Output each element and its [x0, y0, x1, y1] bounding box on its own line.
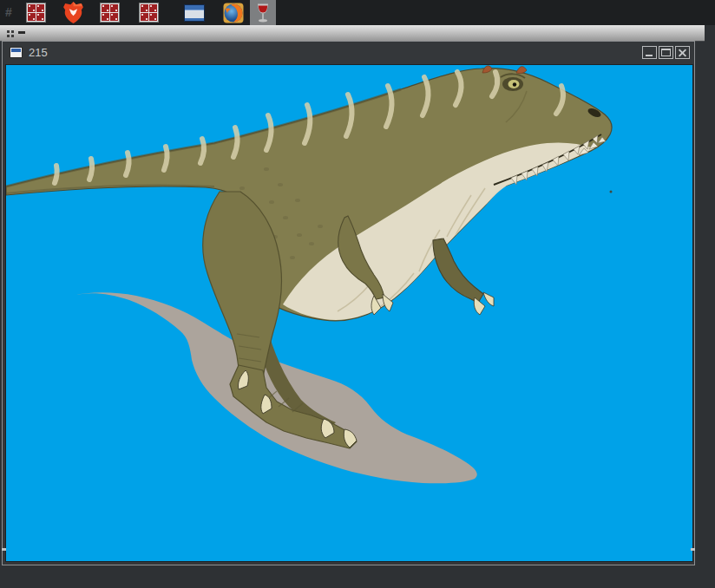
window-titlebar[interactable]: 215	[5, 42, 692, 64]
maximize-button[interactable]	[659, 46, 673, 59]
window-list-panel	[0, 25, 705, 42]
resize-notch-left	[2, 548, 6, 551]
window-content	[5, 64, 693, 562]
taskbar: #	[0, 0, 715, 25]
brave-icon[interactable]	[62, 1, 85, 28]
dash-icon[interactable]	[18, 31, 25, 34]
window-frame-icon[interactable]	[10, 47, 23, 58]
desktop: #	[0, 0, 715, 588]
wine-glass-icon[interactable]	[250, 0, 276, 25]
minimize-button[interactable]	[642, 46, 657, 59]
blue-window-icon[interactable]	[184, 4, 205, 22]
hash-label: #	[5, 5, 12, 19]
red-tiles-icon[interactable]	[100, 3, 120, 23]
close-button[interactable]	[675, 46, 690, 59]
resize-notch-right	[691, 548, 695, 551]
firefox-icon[interactable]	[223, 3, 244, 27]
dinosaur-illustration	[6, 65, 692, 561]
window-title: 215	[29, 46, 48, 59]
red-tiles-icon[interactable]	[139, 3, 159, 23]
grip-dots-icon[interactable]	[7, 30, 10, 33]
app-window: 215	[2, 41, 695, 565]
red-tiles-icon[interactable]	[26, 3, 46, 23]
window-controls	[640, 46, 690, 59]
